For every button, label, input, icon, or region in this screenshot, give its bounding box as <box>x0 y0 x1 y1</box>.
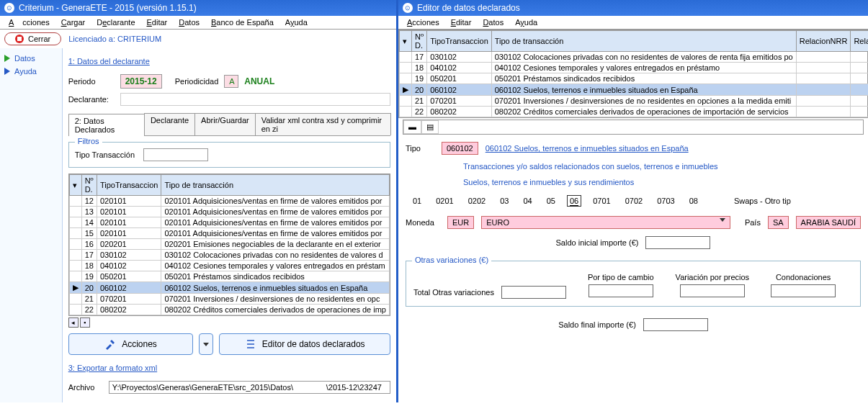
por-cambio-input[interactable] <box>589 284 653 297</box>
periodo-value: 2015-12 <box>120 74 162 89</box>
table-row[interactable]: 14020101020101 Adquisiciones/ventas en f… <box>69 217 389 228</box>
tipo-transaccion-input[interactable] <box>143 148 208 161</box>
pais-name: ARABIA SAUDÍ <box>796 216 861 229</box>
acciones-dropdown[interactable] <box>199 333 213 355</box>
grid-col-desc[interactable]: Tipo de transacción <box>161 175 390 196</box>
tab-abrir-guardar[interactable]: Abrir/Guardar <box>194 113 256 135</box>
licensed-label: Licenciado a: CRITERIUM <box>68 35 161 43</box>
app-icon: ⊙ <box>4 3 14 13</box>
code-tab-08[interactable]: 08 <box>689 197 698 206</box>
table-row[interactable]: 13020101020101 Adquisiciones/ventas en f… <box>69 207 389 217</box>
table-row[interactable]: 19050201050201 Préstamos sindicados reci… <box>69 271 389 282</box>
code-tab-03[interactable]: 03 <box>500 197 509 206</box>
archivo-input[interactable] <box>109 381 390 394</box>
saldo-final-input[interactable] <box>643 318 708 331</box>
grid-col-rel2[interactable]: Relación <box>851 31 868 52</box>
editor-button[interactable]: Editor de datos declarados <box>219 333 390 355</box>
var-precios-input[interactable] <box>680 284 745 297</box>
menu-acciones[interactable]: Acciones <box>403 18 444 27</box>
section-3-link[interactable]: 3: Exportar a formato xml <box>68 364 158 372</box>
grid-col-desc[interactable]: Tipo de transacción <box>491 31 796 52</box>
menu-editar[interactable]: Editar <box>143 18 172 27</box>
table-row[interactable]: 21070201070201 Inversiones / desinversio… <box>400 96 869 107</box>
menu-ayuda[interactable]: Ayuda <box>281 18 312 27</box>
menu-datos[interactable]: Datos <box>478 18 508 27</box>
help-text-2: Suelos, terrenos e inmuebles y sus rendi… <box>463 178 861 186</box>
table-row[interactable]: 22080202080202 Créditos comerciales deri… <box>400 107 869 117</box>
code-tab-0201[interactable]: 0201 <box>436 197 453 206</box>
total-otras-input[interactable] <box>501 286 566 299</box>
periodo-label: Periodo <box>68 77 115 86</box>
menu-datos[interactable]: Datos <box>174 18 204 27</box>
menu-cargar[interactable]: Cargar <box>57 18 90 27</box>
table-row[interactable]: ▶20060102060102 Suelos, terrenos e inmue… <box>400 84 869 96</box>
menu-ayuda[interactable]: Ayuda <box>511 18 542 27</box>
grid-col-num[interactable]: Nº D. <box>81 175 97 196</box>
table-row[interactable]: 18040102040102 Cesiones temporales y val… <box>400 63 869 73</box>
table-row[interactable]: ▶20060102060102 Suelos, terrenos e inmue… <box>69 282 389 294</box>
acciones-button[interactable]: Acciones <box>68 333 194 355</box>
moneda-dropdown[interactable]: EURO <box>481 216 730 229</box>
grid-col-code[interactable]: TipoTransaccion <box>97 175 161 196</box>
table-row[interactable]: 19050201050201 Préstamos sindicados reci… <box>400 73 869 84</box>
arrow-right-icon <box>4 55 10 62</box>
mini-tab-2[interactable]: ▤ <box>421 120 439 134</box>
section-1-link[interactable]: 1: Datos del declarante <box>68 57 150 66</box>
tipo-desc[interactable]: 060102 Suelos, terrenos e inmuebles situ… <box>486 144 689 153</box>
pais-label: País <box>745 218 761 227</box>
code-tab-01[interactable]: 01 <box>413 197 421 206</box>
table-row[interactable]: 12020101020101 Adquisiciones/ventas en f… <box>69 196 389 207</box>
menu-declarante[interactable]: Declarante <box>92 18 139 27</box>
grid-col-num[interactable]: Nº D. <box>412 31 427 52</box>
menu-bar: Acciones Cargar Declarante Editar Datos … <box>0 16 396 30</box>
table-row[interactable]: 17030102030102 Colocaciones privadas con… <box>69 250 389 261</box>
code-tab-06[interactable]: 06 <box>570 197 578 206</box>
wrench-icon <box>104 338 116 350</box>
menu-editar[interactable]: Editar <box>447 18 476 27</box>
grid-col-rel1[interactable]: RelacionNRR <box>796 31 851 52</box>
menu-acciones[interactable]: Acciones <box>4 18 54 27</box>
scroll-thumb[interactable]: ▪ <box>80 317 90 328</box>
grid-col-code[interactable]: TipoTransaccion <box>427 31 492 52</box>
mini-tab-1[interactable]: ▬ <box>403 120 421 134</box>
por-cambio-label: Por tipo de cambio <box>588 273 654 281</box>
table-row[interactable]: 17030102030102 Colocaciones privadas con… <box>400 52 869 63</box>
window-title-bar: ⊙ Criterium - GeneraETE - 2015 (versión … <box>0 0 396 16</box>
periodicidad-code: A <box>224 75 238 88</box>
arrow-right-icon <box>4 68 10 75</box>
code-tab-04[interactable]: 04 <box>523 197 532 206</box>
tab-validar[interactable]: Validar xml contra xsd y comprimir en zi <box>255 113 391 135</box>
table-row[interactable]: 18040102040102 Cesiones temporales y val… <box>69 261 389 271</box>
code-tab-0701[interactable]: 0701 <box>593 197 610 206</box>
editor-grid[interactable]: ▾ Nº D. TipoTransaccion Tipo de transacc… <box>398 30 868 118</box>
moneda-code: EUR <box>447 216 474 229</box>
table-row[interactable]: 21070201070201 Inversiones / desinversio… <box>69 294 389 305</box>
sidebar-item-datos[interactable]: Datos <box>4 54 58 63</box>
var-precios-label: Variación por precios <box>676 273 750 281</box>
grid-col-ptr[interactable]: ▾ <box>69 175 81 196</box>
cerrar-button[interactable]: Cerrar <box>4 32 61 45</box>
tab-datos-declarados[interactable]: 2: Datos Declarados <box>68 114 145 136</box>
grid-col-ptr[interactable]: ▾ <box>400 31 412 52</box>
saldo-inicial-input[interactable] <box>645 236 710 249</box>
editor-menu-bar: Acciones Editar Datos Ayuda <box>398 16 868 30</box>
declarados-grid[interactable]: ▾ Nº D. TipoTransaccion Tipo de transacc… <box>68 174 390 316</box>
table-row[interactable]: 15020101020101 Adquisiciones/ventas en f… <box>69 228 389 239</box>
otras-variaciones-legend: Otras variaciones (€) <box>412 256 491 264</box>
code-tab-05[interactable]: 05 <box>547 197 555 206</box>
table-row[interactable]: 22080202080202 Créditos comerciales deri… <box>69 305 389 315</box>
code-tab-0202[interactable]: 0202 <box>468 197 486 206</box>
tab-declarante[interactable]: Declarante <box>144 113 195 135</box>
sidebar: Datos Ayuda <box>0 48 63 402</box>
scroll-left-button[interactable]: ◂ <box>68 317 79 328</box>
condonaciones-input[interactable] <box>771 284 836 297</box>
condonaciones-label: Condonaciones <box>776 273 831 281</box>
tipo-label: Tipo <box>406 144 434 153</box>
menu-banco[interactable]: Banco de España <box>207 18 278 27</box>
code-tab-0702[interactable]: 0702 <box>625 197 643 206</box>
editor-mini-toolbar: ▬ ▤ <box>403 120 864 135</box>
saldo-final-label: Saldo final importe (€) <box>558 320 636 329</box>
table-row[interactable]: 16020201020201 Emisiones negociables de … <box>69 239 389 250</box>
sidebar-item-ayuda[interactable]: Ayuda <box>4 67 58 76</box>
code-tab-0703[interactable]: 0703 <box>657 197 674 206</box>
